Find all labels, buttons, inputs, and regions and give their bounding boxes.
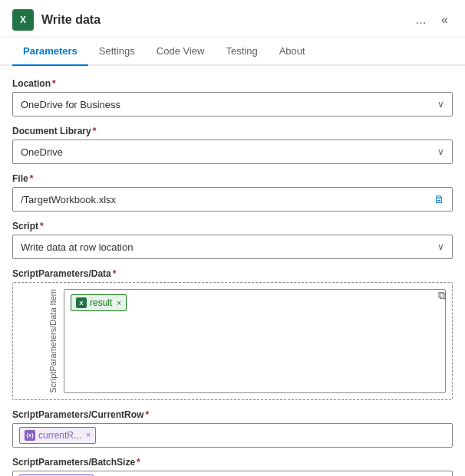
result-tag-close-icon[interactable]: × bbox=[117, 299, 121, 307]
location-chevron-icon: ∨ bbox=[437, 99, 444, 110]
current-row-label: ScriptParameters/CurrentRow * bbox=[12, 409, 453, 420]
script-dropdown[interactable]: Write data at row location ∨ bbox=[12, 235, 453, 259]
doc-library-required: * bbox=[93, 126, 97, 136]
tab-codeview[interactable]: Code View bbox=[146, 38, 216, 66]
file-label: File * bbox=[12, 173, 453, 184]
script-label: Script * bbox=[12, 221, 453, 231]
document-library-dropdown[interactable]: OneDrive ∨ bbox=[12, 140, 453, 164]
script-params-side-label: ScriptParameters/Data Item bbox=[19, 289, 58, 393]
current-row-tag[interactable]: {x} currentR... × bbox=[19, 427, 96, 444]
document-library-chevron-icon: ∨ bbox=[437, 146, 444, 157]
current-row-input[interactable]: {x} currentR... × bbox=[12, 423, 453, 448]
document-library-value: OneDrive bbox=[21, 146, 63, 158]
header: X Write data ... « bbox=[0, 0, 465, 38]
batch-size-label: ScriptParameters/BatchSize * bbox=[12, 457, 453, 468]
script-chevron-icon: ∨ bbox=[437, 241, 444, 252]
script-field-group: Script * Write data at row location ∨ bbox=[12, 221, 453, 259]
more-options-button[interactable]: ... bbox=[411, 11, 430, 28]
file-field-group: File * /TargetWorkbook.xlsx 🗎 bbox=[12, 173, 453, 212]
current-row-required: * bbox=[145, 409, 149, 420]
batch-size-input[interactable]: {x} batchSize × bbox=[12, 471, 453, 476]
script-params-data-label: ScriptParameters/Data * bbox=[12, 268, 453, 279]
tag-var-icon: {x} bbox=[25, 430, 35, 441]
copy-icon[interactable]: ⧉ bbox=[438, 289, 446, 302]
batch-size-required: * bbox=[137, 457, 140, 468]
location-required: * bbox=[52, 78, 56, 89]
tab-parameters[interactable]: Parameters bbox=[12, 38, 88, 66]
result-tag-label: result bbox=[90, 297, 112, 308]
tag-excel-icon: X bbox=[76, 297, 87, 308]
location-dropdown[interactable]: OneDrive for Business ∨ bbox=[12, 92, 453, 117]
excel-icon: X bbox=[12, 9, 34, 31]
file-picker-icon[interactable]: 🗎 bbox=[434, 193, 444, 205]
script-value: Write data at row location bbox=[21, 241, 133, 253]
collapse-button[interactable]: « bbox=[437, 11, 453, 28]
header-actions: ... « bbox=[411, 11, 453, 28]
location-label: Location * bbox=[12, 78, 453, 89]
batch-size-field-group: ScriptParameters/BatchSize * {x} batchSi… bbox=[12, 457, 453, 476]
location-field-group: Location * OneDrive for Business ∨ bbox=[12, 78, 453, 117]
document-library-label: Document Library * bbox=[12, 126, 453, 136]
script-params-data-field-group: ScriptParameters/Data * ScriptParameters… bbox=[12, 268, 453, 400]
file-input[interactable]: /TargetWorkbook.xlsx 🗎 bbox=[12, 187, 453, 212]
current-row-field-group: ScriptParameters/CurrentRow * {x} curren… bbox=[12, 409, 453, 448]
page-title: Write data bbox=[41, 13, 101, 27]
script-required: * bbox=[40, 221, 44, 231]
content-area: Location * OneDrive for Business ∨ Docum… bbox=[0, 66, 465, 476]
header-left: X Write data bbox=[12, 9, 101, 31]
script-params-data-box: ScriptParameters/Data Item X result × ⧉ bbox=[12, 282, 453, 400]
tab-bar: Parameters Settings Code View Testing Ab… bbox=[0, 38, 465, 66]
tab-about[interactable]: About bbox=[269, 38, 316, 66]
script-params-data-required: * bbox=[113, 268, 117, 279]
tab-settings[interactable]: Settings bbox=[88, 38, 146, 66]
file-required: * bbox=[30, 173, 34, 184]
current-row-tag-label: currentR... bbox=[38, 430, 81, 441]
location-value: OneDrive for Business bbox=[21, 99, 120, 110]
tab-testing[interactable]: Testing bbox=[215, 38, 268, 66]
script-params-inner-area[interactable]: X result × bbox=[64, 289, 446, 393]
current-row-tag-close-icon[interactable]: × bbox=[86, 431, 91, 439]
result-tag[interactable]: X result × bbox=[71, 294, 127, 311]
file-value: /TargetWorkbook.xlsx bbox=[21, 194, 116, 205]
document-library-field-group: Document Library * OneDrive ∨ bbox=[12, 126, 453, 164]
